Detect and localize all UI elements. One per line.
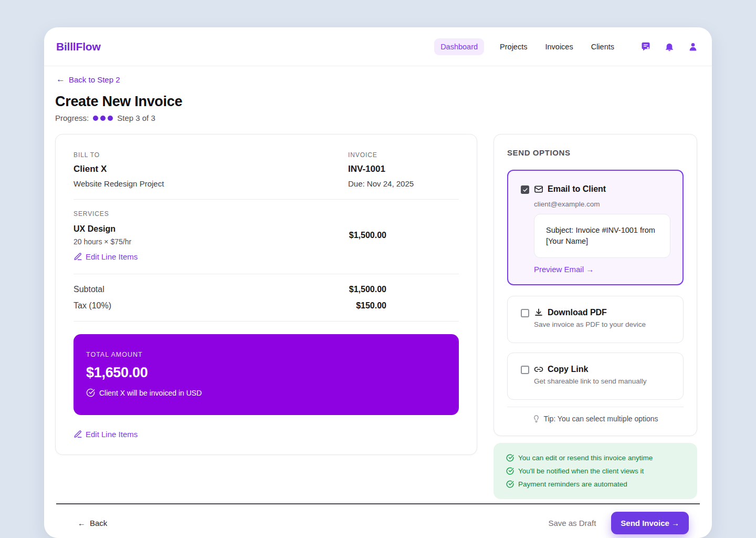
services-label: SERVICES (74, 210, 459, 218)
back-button[interactable]: ← Back (78, 519, 107, 527)
checkbox-checked[interactable] (521, 185, 529, 194)
option-copy-link[interactable]: Copy Link Get shareable link to send man… (507, 353, 684, 400)
note-item: Payment reminders are automated (506, 480, 685, 488)
preview-email-link[interactable]: Preview Email → (534, 265, 594, 274)
back-to-step-link[interactable]: ← Back to Step 2 (56, 74, 120, 85)
edit-line-items-label: Edit Line Items (86, 252, 138, 261)
totals-section: Subtotal $1,500.00 Tax (10%) $150.00 (74, 285, 459, 311)
tax-label: Tax (10%) (74, 301, 111, 311)
checkbox-unchecked[interactable] (521, 309, 529, 317)
page-title: Create New Invoice (55, 94, 701, 110)
back-to-step-label: Back to Step 2 (69, 75, 120, 84)
line-item-amount: $1,500.00 (349, 231, 386, 240)
line-item-detail: 20 hours × $75/hr (74, 237, 131, 246)
services-section: SERVICES UX Design 20 hours × $75/hr $1,… (74, 210, 459, 261)
brand-logo[interactable]: BilllFlow (56, 40, 101, 53)
subtotal-amount: $1,500.00 (349, 285, 386, 294)
project-name: Website Redesign Project (74, 179, 348, 188)
total-amount-label: TOTAL AMOUNT (86, 351, 446, 358)
check-circle-icon (506, 454, 514, 462)
recipient-email: client@example.com (534, 200, 670, 208)
nav-dashboard[interactable]: Dashboard (434, 38, 484, 55)
back-button-label: Back (90, 519, 107, 527)
check-circle-icon (86, 388, 95, 397)
arrow-left-icon: ← (78, 519, 86, 527)
nav-invoices[interactable]: Invoices (543, 38, 575, 55)
bill-to-section: BILL TO Client X Website Redesign Projec… (74, 151, 459, 188)
send-invoice-button[interactable]: Send Invoice → (611, 512, 689, 534)
user-icon[interactable] (688, 42, 698, 52)
message-plus-icon[interactable] (640, 42, 651, 52)
subtotal-label: Subtotal (74, 285, 104, 294)
envelope-icon (534, 184, 543, 194)
arrow-left-icon: ← (56, 74, 65, 85)
bill-to-label: BILL TO (74, 151, 348, 159)
edit-line-items-link[interactable]: Edit Line Items (74, 252, 138, 261)
app-header: BilllFlow Dashboard Projects Invoices Cl… (44, 27, 712, 66)
lightbulb-icon (532, 415, 540, 423)
pencil-icon (74, 430, 82, 439)
progress-dots (93, 116, 113, 121)
progress-row: Progress: Step 3 of 3 (55, 113, 701, 122)
divider (507, 407, 684, 407)
edit-line-items-label: Edit Line Items (86, 430, 138, 439)
invoice-summary-card: BILL TO Client X Website Redesign Projec… (55, 134, 477, 455)
note-item: You can edit or resend this invoice anyt… (506, 454, 685, 462)
line-item-row: UX Design 20 hours × $75/hr $1,500.00 (74, 224, 459, 246)
email-subject-box[interactable]: Subject: Invoice #INV-1001 from [Your Na… (534, 214, 670, 258)
note-item: You'll be notified when the client views… (506, 467, 685, 475)
note-text: You'll be notified when the client views… (518, 467, 644, 475)
bell-icon[interactable] (664, 42, 675, 52)
invoice-number: INV-1001 (348, 164, 459, 174)
checkbox-unchecked[interactable] (521, 366, 529, 374)
progress-label: Progress: (55, 113, 89, 122)
edit-line-items-link[interactable]: Edit Line Items (74, 430, 138, 439)
header-icons (640, 42, 698, 52)
progress-dot (93, 116, 98, 121)
page-content: ← Back to Step 2 Create New Invoice Prog… (44, 74, 712, 534)
footer-actions: ← Back Save as Draft Send Invoice → (55, 512, 701, 534)
nav-projects[interactable]: Projects (498, 38, 529, 55)
check-circle-icon (506, 480, 514, 488)
info-notes-panel: You can edit or resend this invoice anyt… (494, 443, 697, 499)
option-email-to-client[interactable]: Email to Client client@example.com Subje… (507, 170, 684, 285)
progress-dot (108, 116, 113, 121)
send-options-title: SEND OPTIONS (507, 148, 684, 157)
note-text: You can edit or resend this invoice anyt… (518, 454, 653, 462)
subtotal-row: Subtotal $1,500.00 (74, 285, 459, 294)
line-item-name: UX Design (74, 224, 131, 234)
tip-row: Tip: You can select multiple options (507, 415, 684, 423)
pencil-icon (74, 252, 82, 261)
check-circle-icon (506, 467, 514, 475)
note-text: Payment reminders are automated (518, 480, 627, 488)
due-date: Due: Nov 24, 2025 (348, 179, 459, 188)
download-icon (534, 308, 543, 317)
option-download-pdf[interactable]: Download PDF Save invoice as PDF to your… (507, 296, 684, 343)
pdf-option-desc: Save invoice as PDF to your device (534, 320, 671, 328)
tax-amount: $150.00 (356, 301, 386, 311)
main-nav: Dashboard Projects Invoices Clients (434, 38, 616, 55)
divider (74, 274, 459, 274)
divider (74, 321, 459, 322)
link-option-label: Copy Link (548, 365, 588, 374)
link-option-desc: Get shareable link to send manually (534, 377, 671, 385)
main-window: BilllFlow Dashboard Projects Invoices Cl… (44, 27, 712, 538)
footer-divider (56, 503, 700, 504)
step-label: Step 3 of 3 (117, 113, 155, 122)
client-name: Client X (74, 164, 348, 174)
save-as-draft-button[interactable]: Save as Draft (548, 519, 596, 527)
total-amount-box: TOTAL AMOUNT $1,650.00 Client X will be … (74, 334, 459, 415)
invoice-label: INVOICE (348, 151, 459, 159)
total-note-row: Client X will be invoiced in USD (86, 388, 446, 397)
link-icon (534, 365, 543, 374)
tax-row: Tax (10%) $150.00 (74, 301, 459, 311)
divider (74, 199, 459, 200)
email-option-label: Email to Client (548, 184, 606, 194)
send-options-panel: SEND OPTIONS Email to Client client@exam… (494, 134, 697, 436)
pdf-option-label: Download PDF (548, 308, 607, 317)
tip-text: Tip: You can select multiple options (543, 415, 658, 423)
total-note-text: Client X will be invoiced in USD (99, 389, 202, 397)
nav-clients[interactable]: Clients (589, 38, 616, 55)
check-icon (522, 187, 528, 193)
progress-dot (100, 116, 106, 121)
